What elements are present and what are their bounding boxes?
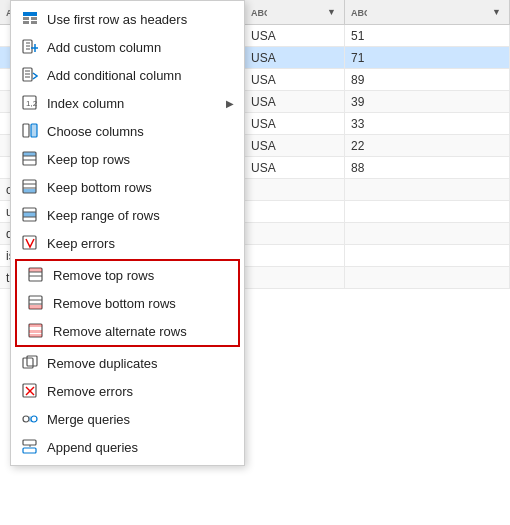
menu-icon-remove-top — [27, 266, 45, 284]
cell-country — [245, 179, 345, 200]
filter-btn-country[interactable]: ▼ — [325, 6, 338, 18]
menu-label-choose-columns: Choose columns — [47, 124, 234, 139]
menu-item-merge-queries[interactable]: Merge queries — [11, 405, 244, 433]
context-menu: Use first row as headers Add custom colu… — [10, 0, 245, 466]
cell-units: 71 — [345, 47, 510, 68]
menu-item-add-conditional-column[interactable]: Add conditional column — [11, 61, 244, 89]
submenu-arrow: ▶ — [226, 98, 234, 109]
svg-rect-36 — [29, 268, 42, 272]
menu-label-remove-alternate-rows: Remove alternate rows — [53, 324, 228, 339]
svg-rect-5 — [31, 17, 37, 20]
svg-point-54 — [29, 416, 32, 422]
menu-icon-remove-bottom — [27, 294, 45, 312]
menu-item-append-queries[interactable]: Append queries — [11, 433, 244, 461]
type-icon-country: ABC — [251, 4, 267, 20]
cell-units — [345, 201, 510, 222]
cell-country — [245, 223, 345, 244]
svg-point-53 — [31, 416, 37, 422]
cell-units: 88 — [345, 157, 510, 178]
menu-icon-table-header — [21, 10, 39, 28]
menu-item-remove-errors[interactable]: Remove errors — [11, 377, 244, 405]
col-header-units: ABC ▼ — [345, 0, 510, 24]
cell-units: 39 — [345, 91, 510, 112]
menu-icon-merge — [21, 410, 39, 428]
cell-country — [245, 267, 345, 288]
col-header-country: ABC ▼ — [245, 0, 345, 24]
svg-rect-55 — [23, 440, 36, 445]
svg-text:ABC: ABC — [351, 8, 367, 18]
svg-rect-4 — [23, 17, 29, 20]
cell-units: 33 — [345, 113, 510, 134]
menu-item-keep-top-rows[interactable]: Keep top rows — [11, 145, 244, 173]
menu-icon-add-column — [21, 38, 39, 56]
svg-rect-6 — [23, 21, 29, 24]
menu-label-merge-queries: Merge queries — [47, 412, 234, 427]
menu-icon-remove-duplicates — [21, 354, 39, 372]
menu-icon-keep-bottom — [21, 178, 39, 196]
svg-rect-44 — [29, 324, 42, 327]
cell-country — [245, 245, 345, 266]
svg-rect-22 — [23, 152, 36, 156]
menu-label-remove-bottom-rows: Remove bottom rows — [53, 296, 228, 311]
menu-icon-keep-top — [21, 150, 39, 168]
svg-text:1,2: 1,2 — [26, 99, 38, 108]
menu-label-append-queries: Append queries — [47, 440, 234, 455]
menu-item-use-first-row[interactable]: Use first row as headers — [11, 5, 244, 33]
cell-country: USA — [245, 91, 345, 112]
cell-units — [345, 223, 510, 244]
menu-label-keep-errors: Keep errors — [47, 236, 234, 251]
menu-item-remove-bottom-rows[interactable]: Remove bottom rows — [17, 289, 238, 317]
svg-rect-20 — [23, 124, 29, 137]
menu-icon-append — [21, 438, 39, 456]
menu-label-remove-errors: Remove errors — [47, 384, 234, 399]
cell-country: USA — [245, 69, 345, 90]
cell-units: 51 — [345, 25, 510, 46]
svg-rect-40 — [29, 305, 42, 309]
filter-btn-units[interactable]: ▼ — [490, 6, 503, 18]
menu-icon-choose-columns — [21, 122, 39, 140]
menu-item-keep-bottom-rows[interactable]: Keep bottom rows — [11, 173, 244, 201]
cell-units — [345, 179, 510, 200]
menu-icon-keep-errors — [21, 234, 39, 252]
main-container: ABC ▼ ABC ▼ ABC ▼ USA — [0, 0, 510, 525]
svg-rect-45 — [29, 330, 42, 333]
menu-item-index-column[interactable]: 1,2 Index column ▶ — [11, 89, 244, 117]
menu-icon-conditional-column — [21, 66, 39, 84]
menu-icon-remove-errors — [21, 382, 39, 400]
menu-label-keep-bottom-rows: Keep bottom rows — [47, 180, 234, 195]
svg-rect-46 — [29, 334, 42, 337]
menu-icon-index-column: 1,2 — [21, 94, 39, 112]
menu-icon-keep-range — [21, 206, 39, 224]
menu-item-keep-range-of-rows[interactable]: Keep range of rows — [11, 201, 244, 229]
menu-label-use-first-row: Use first row as headers — [47, 12, 234, 27]
cell-units: 89 — [345, 69, 510, 90]
cell-country: USA — [245, 135, 345, 156]
svg-rect-21 — [31, 124, 37, 137]
menu-label-add-conditional-column: Add conditional column — [47, 68, 234, 83]
svg-rect-56 — [23, 448, 36, 453]
menu-label-remove-duplicates: Remove duplicates — [47, 356, 234, 371]
cell-units — [345, 267, 510, 288]
menu-label-keep-range-of-rows: Keep range of rows — [47, 208, 234, 223]
menu-item-keep-errors[interactable]: Keep errors — [11, 229, 244, 257]
menu-item-remove-top-rows[interactable]: Remove top rows — [17, 261, 238, 289]
cell-country: USA — [245, 25, 345, 46]
menu-label-add-custom-column: Add custom column — [47, 40, 234, 55]
svg-text:ABC: ABC — [251, 8, 267, 18]
svg-rect-26 — [23, 189, 36, 193]
menu-item-add-custom-column[interactable]: Add custom column — [11, 33, 244, 61]
type-icon-units: ABC — [351, 4, 367, 20]
svg-point-52 — [23, 416, 29, 422]
cell-units: 22 — [345, 135, 510, 156]
menu-item-choose-columns[interactable]: Choose columns — [11, 117, 244, 145]
menu-label-index-column: Index column — [47, 96, 218, 111]
menu-item-remove-duplicates[interactable]: Remove duplicates — [11, 349, 244, 377]
cell-country: USA — [245, 157, 345, 178]
svg-rect-30 — [23, 212, 36, 217]
menu-label-keep-top-rows: Keep top rows — [47, 152, 234, 167]
cell-country: USA — [245, 113, 345, 134]
cell-country: USA — [245, 47, 345, 68]
svg-rect-7 — [31, 21, 37, 24]
cell-country — [245, 201, 345, 222]
menu-item-remove-alternate-rows[interactable]: Remove alternate rows — [17, 317, 238, 345]
